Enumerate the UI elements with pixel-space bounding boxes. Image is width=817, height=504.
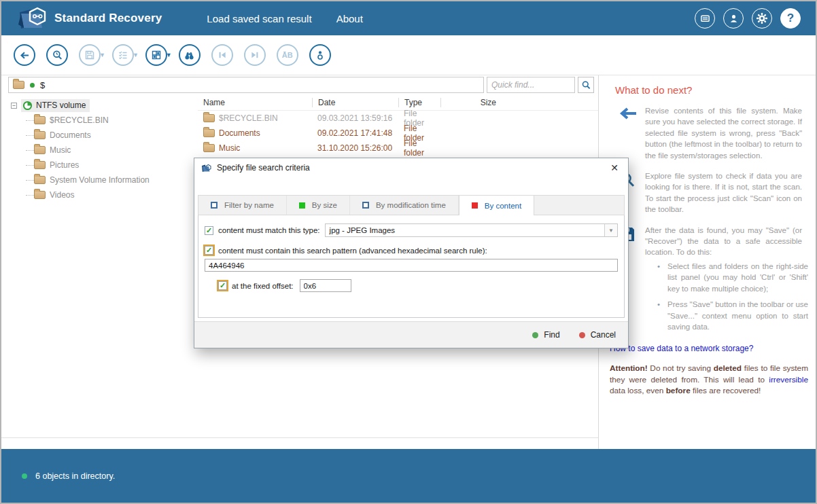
previous-button[interactable] bbox=[211, 44, 233, 66]
help-bullet: Select files and folders on the right-si… bbox=[656, 261, 808, 294]
help-paragraph: Explore file system to check if data you… bbox=[645, 170, 802, 215]
messages-button[interactable] bbox=[695, 8, 715, 29]
content-type-checkbox[interactable]: ✓ bbox=[205, 226, 213, 235]
red-dot-icon bbox=[579, 332, 585, 338]
tree-item-pictures[interactable]: Pictures bbox=[1, 158, 198, 173]
help-bullet: Press "Save" button in the toolbar or us… bbox=[656, 299, 808, 332]
tree-connector bbox=[26, 135, 34, 136]
menu-about[interactable]: About bbox=[336, 13, 363, 24]
tree-item-recycle-bin[interactable]: $RECYCLE.BIN bbox=[1, 113, 198, 128]
path-field[interactable]: $ bbox=[8, 77, 484, 93]
tree-connector bbox=[26, 180, 34, 181]
attention-label: Attention! bbox=[610, 363, 648, 373]
save-floppy-icon bbox=[84, 50, 95, 60]
tab-by-modification-time[interactable]: By modification time bbox=[350, 196, 459, 215]
network-storage-help-link[interactable]: How to save data to a network storage? bbox=[610, 344, 753, 353]
check-icon: ✓ bbox=[206, 227, 212, 234]
settings-button[interactable] bbox=[752, 8, 772, 29]
file-name: Documents bbox=[219, 128, 260, 138]
table-row[interactable]: Music 31.10.2020 15:26:00 File folder bbox=[198, 141, 598, 156]
file-name: Music bbox=[219, 143, 240, 153]
offset-checkbox[interactable]: ✓ bbox=[218, 281, 227, 290]
collapse-expander-icon[interactable]: − bbox=[11, 103, 17, 109]
help-panel-title: What to do next? bbox=[615, 84, 802, 96]
file-date: 09.02.2021 17:41:48 bbox=[312, 128, 398, 138]
tab-label: By size bbox=[312, 201, 337, 209]
tree-item-label: System Volume Information bbox=[50, 175, 150, 185]
encoding-ab-icon: ĀB bbox=[282, 51, 293, 59]
green-indicator-icon bbox=[299, 202, 305, 209]
next-button[interactable] bbox=[244, 44, 266, 66]
folder-icon bbox=[34, 116, 46, 124]
binoculars-icon bbox=[184, 50, 195, 61]
file-type: File folder bbox=[398, 139, 440, 158]
tree-item-root[interactable]: − NTFS volume bbox=[1, 98, 198, 113]
column-header-name[interactable]: Name bbox=[198, 98, 312, 107]
save-dropdown-arrow[interactable]: ▼ bbox=[99, 52, 105, 58]
app-window: Standard Recovery Load saved scan result… bbox=[0, 0, 817, 504]
find-button[interactable] bbox=[179, 44, 201, 66]
view-button[interactable] bbox=[145, 44, 167, 66]
column-header-type[interactable]: Type bbox=[398, 98, 440, 107]
task-list-dropdown-arrow[interactable]: ▼ bbox=[133, 52, 139, 58]
scan-button[interactable] bbox=[46, 44, 68, 66]
question-icon: ? bbox=[787, 12, 794, 25]
help-button[interactable]: ? bbox=[780, 8, 801, 29]
help-paragraph: After the data is found, you may "Save" … bbox=[645, 225, 802, 258]
tree-item-label: Music bbox=[50, 145, 71, 155]
tree-item-system-volume-information[interactable]: System Volume Information bbox=[1, 173, 198, 187]
dialog-title: Specify file search criteria bbox=[217, 163, 608, 173]
task-list-button[interactable] bbox=[112, 44, 134, 66]
close-icon[interactable]: ✕ bbox=[608, 162, 621, 173]
tab-filter-by-name[interactable]: Filter by name bbox=[198, 196, 287, 215]
account-button[interactable] bbox=[723, 8, 744, 29]
red-indicator-icon bbox=[472, 202, 478, 209]
volume-icon bbox=[22, 101, 33, 111]
dropdown-arrow-icon[interactable]: ▼ bbox=[604, 224, 617, 236]
file-name: $RECYCLE.BIN bbox=[219, 113, 278, 123]
folder-icon bbox=[203, 114, 215, 122]
profile-dots-icon bbox=[315, 50, 326, 60]
help-paragraph: Revise contents of this file system. Mak… bbox=[645, 105, 802, 161]
path-bar: $ bbox=[1, 75, 598, 95]
view-dropdown-arrow[interactable]: ▼ bbox=[166, 52, 172, 58]
tab-by-content[interactable]: By content bbox=[459, 196, 534, 215]
quick-find-input[interactable] bbox=[487, 77, 575, 93]
status-dot-icon bbox=[22, 473, 27, 479]
tab-label: Filter by name bbox=[224, 201, 274, 209]
find-button[interactable]: Find bbox=[532, 330, 559, 340]
back-hint-arrow-icon bbox=[604, 105, 645, 161]
pattern-input[interactable] bbox=[205, 259, 618, 272]
tree-item-documents[interactable]: Documents bbox=[1, 128, 198, 143]
profile-button[interactable] bbox=[309, 44, 331, 66]
dialog-tab-content: ✓ content must match this type: jpg - JP… bbox=[198, 215, 625, 318]
dialog-footer: Find Cancel bbox=[194, 321, 628, 348]
menu-load-saved-scan[interactable]: Load saved scan result bbox=[207, 13, 311, 24]
file-type-dropdown[interactable]: jpg - JPEG Images ▼ bbox=[325, 223, 618, 237]
tree-item-label: Documents bbox=[50, 130, 91, 140]
tree-item-videos[interactable]: Videos bbox=[1, 187, 198, 202]
tree-connector bbox=[26, 150, 34, 151]
back-button[interactable] bbox=[14, 44, 35, 66]
dialog-tab-strip: Filter by name By size By modification t… bbox=[198, 195, 625, 215]
pattern-checkbox[interactable]: ✓ bbox=[205, 246, 213, 255]
tab-by-size[interactable]: By size bbox=[287, 196, 350, 215]
app-logo-icon bbox=[16, 5, 48, 32]
irreversible-link[interactable]: irreversible bbox=[769, 375, 808, 384]
tree-item-music[interactable]: Music bbox=[1, 143, 198, 158]
cancel-button[interactable]: Cancel bbox=[579, 330, 616, 340]
column-header-size[interactable]: Size bbox=[440, 98, 502, 107]
main-menu: Load saved scan result About bbox=[207, 13, 362, 24]
save-button[interactable] bbox=[79, 44, 101, 66]
search-icon bbox=[581, 80, 591, 90]
offset-label: at the fixed offset: bbox=[232, 282, 294, 290]
encoding-button[interactable]: ĀB bbox=[277, 44, 298, 66]
folder-icon bbox=[34, 146, 46, 154]
cancel-button-label: Cancel bbox=[591, 330, 616, 340]
toolbar: ▼ ▼ ▼ bbox=[1, 35, 816, 75]
offset-input[interactable] bbox=[300, 279, 351, 292]
help-panel: What to do next? Revise contents of this… bbox=[599, 75, 816, 449]
quick-find-search-button[interactable] bbox=[578, 77, 594, 93]
column-header-date[interactable]: Date bbox=[312, 98, 398, 107]
tree-item-label: Videos bbox=[50, 190, 74, 200]
